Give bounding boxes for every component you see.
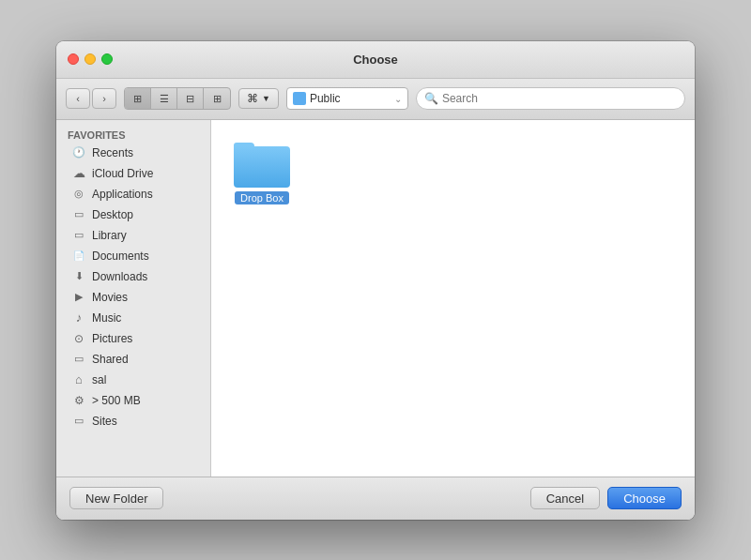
cancel-button[interactable]: Cancel [530, 487, 600, 509]
sidebar-item-label: Movies [92, 291, 128, 304]
library-icon: ▭ [71, 228, 86, 243]
view-list-button[interactable]: ☰ [151, 88, 177, 109]
location-bar[interactable]: Public ⌄ [286, 87, 408, 110]
sidebar-item-desktop[interactable]: ▭ Desktop [60, 204, 207, 225]
forward-button[interactable]: › [92, 88, 116, 109]
sidebar-item-movies[interactable]: ▶ Movies [60, 287, 207, 308]
sidebar-item-applications[interactable]: ◎ Applications [60, 184, 207, 204]
view-columns-button[interactable]: ⊟ [177, 88, 204, 109]
movies-icon: ▶ [71, 290, 86, 305]
music-icon: ♪ [71, 310, 86, 325]
titlebar: Choose [56, 41, 695, 79]
minimize-button[interactable] [84, 53, 96, 65]
view-icon-button[interactable]: ⊞ [125, 88, 151, 109]
sidebar-item-label: Desktop [92, 208, 133, 221]
gear-icon: ⚙ [71, 393, 86, 408]
back-icon: ‹ [76, 93, 80, 104]
sidebar-section-favorites: Favorites [56, 126, 210, 143]
sidebar-item-label: Downloads [92, 270, 147, 283]
dialog-window: Choose ‹ › ⊞ ☰ ⊟ ⊞ ⌘ [56, 41, 695, 520]
search-bar[interactable]: 🔍 [416, 87, 685, 110]
toolbar: ‹ › ⊞ ☰ ⊟ ⊞ ⌘ ▼ Public [56, 79, 695, 120]
icloud-icon: ☁ [71, 166, 86, 181]
view-cover-button[interactable]: ⊞ [204, 88, 230, 109]
sidebar-item-label: Applications [92, 188, 153, 201]
sidebar-item-label: Pictures [92, 332, 132, 345]
new-folder-label: New Folder [85, 492, 147, 506]
recents-icon: 🕐 [71, 145, 86, 160]
sidebar-item-label: Shared [92, 353, 129, 366]
maximize-button[interactable] [101, 53, 113, 65]
sidebar-item-library[interactable]: ▭ Library [60, 225, 207, 246]
pictures-icon: ⊙ [71, 331, 86, 346]
sidebar-item-label: Documents [92, 250, 149, 263]
sidebar: Favorites 🕐 Recents ☁ iCloud Drive ◎ App… [56, 120, 211, 477]
sidebar-item-sal[interactable]: ⌂ sal [60, 370, 207, 390]
forward-icon: › [102, 93, 106, 104]
shared-icon: ▭ [71, 352, 86, 367]
action-icon: ⌘ [247, 92, 258, 105]
sidebar-item-pictures[interactable]: ⊙ Pictures [60, 328, 207, 349]
window-title: Choose [353, 53, 398, 67]
action-dropdown-icon: ▼ [262, 94, 270, 103]
documents-icon: 📄 [71, 249, 86, 264]
sidebar-item-recents[interactable]: 🕐 Recents [60, 143, 207, 163]
sidebar-item-sites[interactable]: ▭ Sites [60, 411, 207, 431]
sidebar-item-label: > 500 MB [92, 394, 141, 407]
location-dropdown-icon: ⌄ [394, 94, 402, 104]
choose-label: Choose [623, 492, 666, 506]
sidebar-item-label: sal [92, 373, 106, 386]
sidebar-item-label: Sites [92, 415, 117, 428]
sidebar-item-label: iCloud Drive [92, 167, 153, 180]
view-buttons: ⊞ ☰ ⊟ ⊞ [124, 87, 231, 110]
file-label: Drop Box [235, 191, 289, 204]
action-buttons: Cancel Choose [530, 487, 682, 509]
home-icon: ⌂ [71, 372, 86, 387]
applications-icon: ◎ [71, 187, 86, 202]
file-area[interactable]: Drop Box [211, 120, 695, 477]
search-input[interactable] [442, 92, 677, 105]
search-icon: 🔍 [424, 92, 438, 105]
window-controls [68, 53, 113, 65]
sidebar-item-icloud[interactable]: ☁ iCloud Drive [60, 163, 207, 184]
close-button[interactable] [68, 53, 79, 65]
cancel-label: Cancel [546, 492, 584, 506]
folder-location-icon [293, 92, 306, 105]
file-item-dropbox[interactable]: Drop Box [230, 139, 294, 208]
sidebar-item-documents[interactable]: 📄 Documents [60, 246, 207, 266]
cover-icon: ⊞ [213, 93, 222, 105]
sidebar-item-label: Music [92, 311, 121, 325]
sites-icon: ▭ [71, 414, 86, 429]
desktop-icon: ▭ [71, 207, 86, 222]
grid-icon: ⊞ [133, 93, 142, 105]
back-button[interactable]: ‹ [66, 88, 90, 109]
list-icon: ☰ [160, 93, 169, 105]
downloads-icon: ⬇ [71, 269, 86, 284]
sidebar-item-label: Recents [92, 146, 133, 159]
columns-icon: ⊟ [186, 93, 194, 105]
action-button[interactable]: ⌘ ▼ [238, 88, 279, 109]
sidebar-item-downloads[interactable]: ⬇ Downloads [60, 266, 207, 287]
bottombar: New Folder Cancel Choose [56, 477, 695, 520]
sidebar-item-music[interactable]: ♪ Music [60, 308, 207, 328]
new-folder-button[interactable]: New Folder [69, 487, 163, 509]
location-text: Public [310, 92, 391, 105]
folder-icon [234, 143, 290, 188]
sidebar-item-label: Library [92, 229, 127, 242]
main-content: Favorites 🕐 Recents ☁ iCloud Drive ◎ App… [56, 120, 695, 477]
nav-buttons: ‹ › [66, 88, 116, 109]
sidebar-item-500mb[interactable]: ⚙ > 500 MB [60, 390, 207, 411]
sidebar-item-shared[interactable]: ▭ Shared [60, 349, 207, 370]
choose-button[interactable]: Choose [607, 487, 682, 509]
